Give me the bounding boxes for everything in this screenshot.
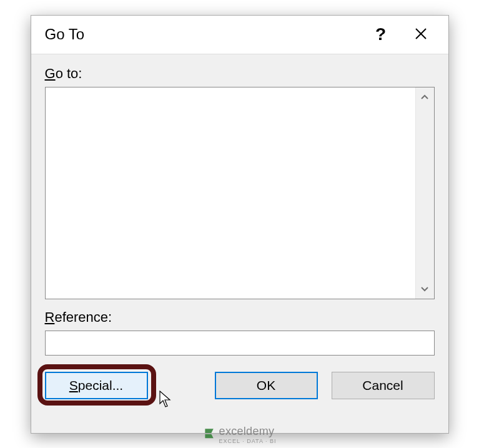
goto-listbox[interactable] bbox=[46, 87, 415, 299]
button-row: Special... OK Cancel bbox=[45, 372, 435, 399]
goto-label: Go to: bbox=[45, 66, 435, 82]
reference-input[interactable] bbox=[45, 331, 435, 356]
help-icon: ? bbox=[375, 24, 386, 44]
svg-marker-2 bbox=[205, 429, 213, 433]
scroll-down-icon[interactable] bbox=[416, 280, 434, 299]
watermark: exceldemy EXCEL · DATA · BI bbox=[203, 425, 277, 444]
watermark-brand: exceldemy bbox=[219, 425, 277, 438]
listbox-scrollbar[interactable] bbox=[415, 87, 434, 299]
svg-marker-3 bbox=[205, 434, 213, 439]
reference-label: Reference: bbox=[45, 309, 435, 326]
goto-listbox-container bbox=[45, 87, 435, 299]
dialog-title: Go To bbox=[45, 26, 85, 43]
ok-button[interactable]: OK bbox=[215, 372, 318, 399]
close-button[interactable] bbox=[401, 15, 441, 54]
watermark-tagline: EXCEL · DATA · BI bbox=[219, 438, 277, 444]
cancel-button[interactable]: Cancel bbox=[332, 372, 435, 399]
cancel-button-label: Cancel bbox=[362, 378, 403, 393]
special-button-label: Special... bbox=[69, 378, 123, 393]
goto-dialog: Go To ? Go to: Reference: bbox=[31, 15, 449, 434]
special-button[interactable]: Special... bbox=[45, 372, 148, 399]
scroll-up-icon[interactable] bbox=[416, 87, 434, 106]
watermark-logo-icon bbox=[203, 427, 215, 442]
dialog-body: Go to: Reference: Special... OK bbox=[31, 54, 448, 433]
help-button[interactable]: ? bbox=[361, 15, 401, 54]
cursor-icon bbox=[159, 391, 172, 408]
ok-button-label: OK bbox=[257, 378, 275, 393]
close-icon bbox=[415, 26, 427, 43]
titlebar: Go To ? bbox=[31, 16, 448, 54]
